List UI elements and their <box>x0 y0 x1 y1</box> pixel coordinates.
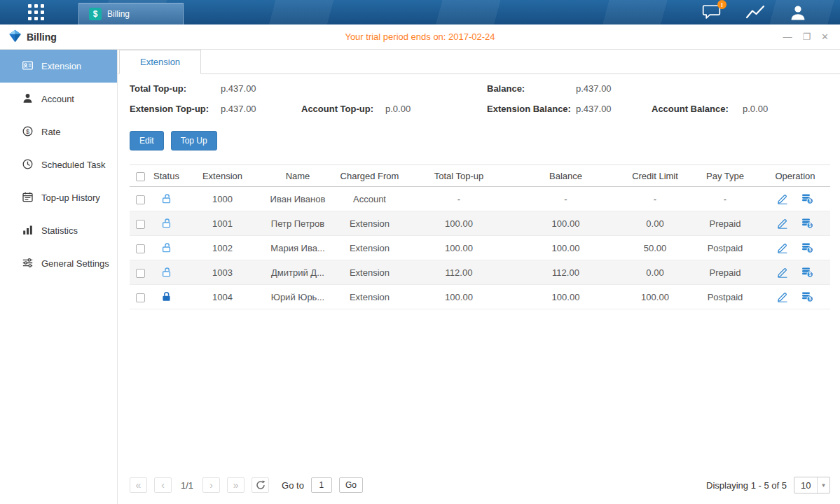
edit-icon[interactable] <box>777 242 788 253</box>
tabbar: Extension <box>118 50 840 74</box>
cell-pay-type: Prepaid <box>690 260 760 285</box>
header-name: Name <box>263 165 333 187</box>
status-icon-4 <box>161 291 172 302</box>
table-row: 1001 Петр Петров Extension 100.00 100.00… <box>130 211 830 236</box>
status-icon-0 <box>161 193 172 204</box>
edit-icon[interactable] <box>777 291 788 302</box>
summary-account-topup: Account Top-up: p.0.00 <box>301 104 487 114</box>
billing-window: $ Billing ! <box>0 0 840 504</box>
svg-text:$: $ <box>809 297 812 302</box>
go-button[interactable]: Go <box>339 477 363 493</box>
first-page-button[interactable]: « <box>130 477 147 493</box>
action-buttons: Edit Top Up <box>130 131 830 150</box>
cell-total-topup: 100.00 <box>406 211 511 236</box>
tab-extension[interactable]: Extension <box>119 50 201 74</box>
cell-balance: 112.00 <box>511 260 620 285</box>
page-size-select[interactable]: 10 ▼ <box>794 477 830 493</box>
sidebar-item-extension[interactable]: Extension <box>0 50 117 83</box>
row-checkbox[interactable] <box>136 269 145 278</box>
cell-total-topup: 100.00 <box>406 236 511 260</box>
sidebar-item-statistics[interactable]: Statistics <box>0 214 117 247</box>
top-up-icon[interactable]: $ <box>801 242 813 253</box>
select-all-checkbox[interactable] <box>136 172 145 181</box>
prev-page-button[interactable]: ‹ <box>154 477 172 493</box>
header-charged-from: Charged From <box>333 165 406 187</box>
sidebar-item-general-settings[interactable]: General Settings <box>0 247 117 280</box>
cell-pay-type: - <box>690 187 760 211</box>
cell-balance: - <box>511 187 620 211</box>
sidebar-item-rate[interactable]: $ Rate <box>0 115 117 148</box>
sidebar-item-topup-history[interactable]: Top-up History <box>0 181 117 214</box>
summary-account-balance: Account Balance: p.0.00 <box>652 104 830 114</box>
user-icon[interactable] <box>790 5 806 20</box>
cell-name: Дмитрий Д... <box>263 260 333 285</box>
cell-extension: 1000 <box>182 187 263 211</box>
header-credit-limit: Credit Limit <box>620 165 690 187</box>
minimize-button[interactable]: — <box>783 32 792 41</box>
main-panel: Extension Total Top-up: p.437.00 Balance… <box>118 50 840 504</box>
id-card-icon <box>22 59 34 74</box>
topbar: $ Billing ! <box>0 0 840 24</box>
sidebar-item-scheduled-task[interactable]: Scheduled Task <box>0 148 117 181</box>
cell-charged-from: Extension <box>333 236 406 260</box>
edit-button[interactable]: Edit <box>130 131 164 150</box>
header-balance: Balance <box>511 165 620 187</box>
cell-name: Мария Ива... <box>263 236 333 260</box>
next-page-button[interactable]: › <box>202 477 220 493</box>
cell-credit-limit: 100.00 <box>620 285 690 309</box>
cell-balance: 100.00 <box>511 236 620 260</box>
reports-icon[interactable] <box>745 4 765 20</box>
messages-icon[interactable]: ! <box>702 4 721 20</box>
edit-icon[interactable] <box>777 267 788 278</box>
top-up-button[interactable]: Top Up <box>171 131 217 150</box>
top-up-icon[interactable]: $ <box>801 291 813 302</box>
app-grid-icon[interactable] <box>28 4 44 20</box>
chevron-down-icon: ▼ <box>817 477 829 493</box>
notification-badge: ! <box>717 0 727 9</box>
close-button[interactable]: ✕ <box>821 32 829 41</box>
summary-balance: Balance: p.437.00 <box>487 83 652 94</box>
cell-pay-type: Prepaid <box>690 211 760 236</box>
cell-charged-from: Extension <box>333 211 406 236</box>
goto-page-input[interactable] <box>311 477 332 493</box>
table-row: 1003 Дмитрий Д... Extension 112.00 112.0… <box>130 260 830 285</box>
summary-total-topup: Total Top-up: p.437.00 <box>130 83 301 94</box>
cell-credit-limit: 0.00 <box>620 260 690 285</box>
cell-name: Иван Иванов <box>263 187 333 211</box>
cell-total-topup: 100.00 <box>406 285 511 309</box>
top-up-icon[interactable]: $ <box>801 218 813 229</box>
extension-table: Status Extension Name Charged From Total… <box>130 164 830 309</box>
sidebar-item-account[interactable]: Account <box>0 83 117 115</box>
svg-text:$: $ <box>809 223 812 229</box>
status-icon-3 <box>161 267 172 277</box>
row-checkbox[interactable] <box>136 195 145 204</box>
refresh-button[interactable] <box>252 477 269 493</box>
maximize-button[interactable]: ❐ <box>802 32 811 41</box>
topbar-tab-billing[interactable]: $ Billing <box>78 3 184 24</box>
edit-icon[interactable] <box>777 193 788 204</box>
topbar-tab-label: Billing <box>107 9 130 19</box>
cell-balance: 100.00 <box>511 211 620 236</box>
top-up-icon[interactable]: $ <box>801 267 813 278</box>
sidebar-item-label: Rate <box>41 127 60 137</box>
row-checkbox[interactable] <box>136 293 145 302</box>
cell-pay-type: Postpaid <box>690 285 760 309</box>
cell-extension: 1003 <box>182 260 263 285</box>
row-checkbox[interactable] <box>136 244 145 253</box>
cell-charged-from: Extension <box>333 285 406 309</box>
cell-name: Юрий Юрь... <box>263 285 333 309</box>
goto-label: Go to <box>282 480 304 491</box>
page-indicator: 1/1 <box>181 480 193 491</box>
edit-icon[interactable] <box>777 218 788 229</box>
cell-extension: 1004 <box>182 285 263 309</box>
window-controls: — ❐ ✕ <box>783 32 840 41</box>
top-up-icon[interactable]: $ <box>801 193 813 204</box>
row-checkbox[interactable] <box>136 220 145 229</box>
last-page-button[interactable]: » <box>227 477 245 493</box>
table-row: 1002 Мария Ива... Extension 100.00 100.0… <box>130 236 830 260</box>
sidebar-item-label: Scheduled Task <box>41 160 106 170</box>
sidebar-item-label: General Settings <box>41 258 109 269</box>
sidebar-item-label: Statistics <box>41 225 78 236</box>
content: Total Top-up: p.437.00 Balance: p.437.00… <box>118 74 840 472</box>
table-row: 1004 Юрий Юрь... Extension 100.00 100.00… <box>130 285 830 309</box>
